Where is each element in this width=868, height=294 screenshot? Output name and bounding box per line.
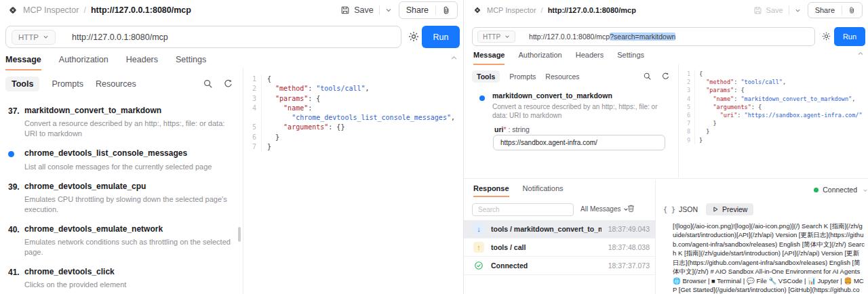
line-content: }	[261, 133, 279, 142]
share-button[interactable]: Share	[399, 5, 435, 15]
line-content: "params": {	[261, 94, 320, 104]
run-button[interactable]: Run	[834, 27, 865, 46]
tool-list-item[interactable]: 37. markitdown_convert_to_markdown Conve…	[8, 106, 236, 139]
tool-description: Clicks on the provided element	[24, 280, 236, 290]
json-editor[interactable]: 1{2 "method": "tools/call",3 "params": {…	[679, 66, 868, 177]
line-number: 5	[248, 123, 261, 132]
tab-message[interactable]: Message	[473, 51, 505, 65]
json-view-button[interactable]: { } JSON	[663, 205, 698, 213]
tool-description: Emulates network conditions such as thro…	[24, 237, 236, 257]
save-dropdown-chevron-icon[interactable]	[385, 7, 392, 14]
tool-list-item[interactable]: 41. chrome_devtools_click Clicks on the …	[8, 267, 236, 290]
tool-number: 40.	[8, 224, 24, 234]
code-line: 2 "method": "tools/call",	[684, 78, 867, 86]
url-input[interactable]: http://127.0.0.1:8080/mcp?search=markitd…	[529, 33, 675, 41]
message-row[interactable]: ↑ tools / call 18:37:48.038	[464, 238, 655, 257]
save-button[interactable]: Save	[753, 6, 783, 15]
field-name: uri	[494, 125, 503, 133]
subtab-prompts[interactable]: Prompts	[52, 79, 83, 89]
line-content: "uri": "https://sandbox.agent-infra.com/…	[694, 111, 863, 119]
tab-authorization[interactable]: Authorization	[518, 51, 561, 65]
tab-response[interactable]: Response	[473, 184, 509, 197]
collapse-editor-chevron-icon[interactable]	[857, 50, 864, 57]
collapse-editor-chevron-icon[interactable]	[450, 54, 458, 62]
line-number: 6	[248, 133, 261, 142]
copy-link-icon[interactable]	[436, 6, 457, 15]
request-url-bar[interactable]: HTTP http://127.0.0.1:8080/mcp?search=ma…	[472, 27, 815, 46]
subtab-resources[interactable]: Resources	[96, 79, 136, 89]
message-row-selected[interactable]: ↓ tools / markitdown_convert_to_mar... 1…	[464, 220, 655, 238]
method-select[interactable]: HTTP	[12, 30, 56, 45]
tab-settings[interactable]: Settings	[176, 55, 206, 70]
tab-message[interactable]: Message	[5, 55, 41, 70]
url-selected-text: ?search=markitdown	[610, 33, 675, 41]
filter-label: All Messages	[580, 205, 620, 213]
message-filter-select[interactable]: All Messages	[580, 205, 629, 213]
play-icon	[712, 206, 719, 213]
tab-headers[interactable]: Headers	[126, 55, 158, 70]
subtab-resources[interactable]: Resources	[545, 72, 579, 81]
subtab-prompts[interactable]: Prompts	[509, 72, 536, 81]
run-button[interactable]: Run	[422, 26, 460, 48]
search-icon[interactable]	[643, 72, 652, 81]
line-number: 2	[684, 78, 694, 86]
markdown-preview-content[interactable]: [![logo](/aio-icon.png)![logo](/aio-icon…	[673, 222, 865, 294]
method-label: HTTP	[483, 33, 500, 41]
tool-list-item-selected[interactable]: chrome_devtools_list_console_messages Li…	[8, 148, 236, 172]
status-chevron-icon[interactable]	[863, 188, 868, 193]
subtab-tools[interactable]: Tools	[472, 70, 500, 83]
viewer-toolbar: { } JSON Preview	[663, 203, 753, 215]
line-content: "method": "tools/call",	[694, 78, 786, 86]
code-line: 7}	[248, 142, 462, 152]
subtab-tools[interactable]: Tools	[5, 77, 39, 91]
tool-list-item[interactable]: 40. chrome_devtools_emulate_network Emul…	[8, 224, 236, 257]
copy-link-icon[interactable]	[842, 7, 862, 14]
preview-view-button[interactable]: Preview	[706, 203, 753, 215]
message-row[interactable]: Connected 18:37:37.073	[464, 257, 655, 275]
received-arrow-icon: ↓	[473, 224, 484, 234]
code-line: 6 "uri": "https://sandbox.agent-infra.co…	[684, 111, 867, 119]
message-timestamp: 18:37:48.038	[608, 243, 650, 251]
save-label: Save	[354, 5, 374, 15]
line-content: {	[694, 70, 703, 78]
share-button-group: Share	[808, 2, 863, 18]
tab-notifications[interactable]: Notifications	[523, 184, 564, 197]
line-number: 4	[684, 95, 694, 103]
save-dropdown-chevron-icon[interactable]	[795, 7, 801, 14]
message-search-input[interactable]	[472, 203, 574, 216]
code-line: 3 "params": {	[684, 86, 867, 94]
uri-input[interactable]: https://sandbox.agent-infra.com/	[493, 135, 665, 150]
line-number: 8	[684, 127, 694, 135]
url-base: http://127.0.0.1:8080/mcp	[529, 33, 610, 41]
tool-list-item[interactable]: 39. chrome_devtools_emulate_cpu Emulates…	[8, 182, 236, 215]
share-button[interactable]: Share	[808, 6, 842, 14]
tab-headers[interactable]: Headers	[576, 51, 604, 65]
app-name: MCP Inspector	[487, 6, 536, 14]
request-settings-gear-icon[interactable]	[821, 31, 831, 41]
capability-tabs: Tools Prompts Resources	[5, 77, 136, 91]
line-number	[248, 113, 261, 123]
request-settings-gear-icon[interactable]	[408, 30, 420, 43]
code-line: "chrome_devtools_list_console_messages",	[248, 113, 462, 123]
clear-messages-trash-icon[interactable]	[627, 204, 635, 213]
refresh-icon[interactable]	[223, 79, 233, 89]
json-editor[interactable]: 1{2 "method": "tools/call",3 "params": {…	[243, 69, 463, 294]
line-number: 3	[248, 94, 261, 104]
method-select[interactable]: HTTP	[477, 30, 515, 43]
tool-description: Emulates CPU throttling by slowing down …	[24, 194, 236, 215]
tab-settings[interactable]: Settings	[617, 51, 644, 65]
share-button-group: Share	[399, 1, 458, 19]
scrollbar-thumb[interactable]	[238, 227, 241, 242]
url-input[interactable]: http://127.0.0.1:8080/mcp	[72, 33, 168, 42]
line-content: }	[694, 136, 703, 144]
tab-authorization[interactable]: Authorization	[59, 55, 108, 70]
request-url-bar[interactable]: HTTP http://127.0.0.1:8080/mcp	[5, 26, 401, 48]
tool-name[interactable]: markitdown_convert_to_markdown	[492, 91, 612, 100]
save-button[interactable]: Save	[340, 5, 374, 15]
refresh-icon[interactable]	[661, 72, 670, 81]
search-icon[interactable]	[203, 79, 213, 89]
selected-tool-dot-icon	[479, 96, 485, 101]
message-list: ↓ tools / markitdown_convert_to_mar... 1…	[464, 220, 655, 275]
message-label: tools / call	[491, 243, 601, 251]
tool-description: List all console messages for the curren…	[24, 162, 236, 172]
